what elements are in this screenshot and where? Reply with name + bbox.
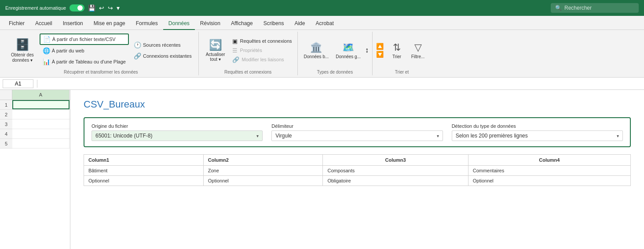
map-icon: 🗺️ [342, 42, 354, 53]
tab-scribens[interactable]: Scribens [258, 18, 289, 30]
az-up-icon: 🔼 [376, 43, 384, 50]
fichier-csv-button[interactable]: 📄 À partir d'un fichier texte/CSV [40, 33, 129, 45]
grid-row-3: 3 [0, 119, 70, 129]
delimiteur-chevron: ▾ [437, 134, 439, 138]
search-box[interactable]: 🔍 [551, 3, 639, 13]
row-header-2: 2 [0, 110, 12, 119]
col-header-a: A [12, 90, 70, 100]
tab-mise-en-page[interactable]: Mise en page [88, 18, 131, 30]
tab-accueil[interactable]: Accueil [30, 18, 58, 30]
grid-row-1: 1 [0, 100, 70, 110]
cell-zone: Zone [203, 166, 323, 176]
tab-donnees[interactable]: Données [163, 18, 195, 30]
csv-icon: 📄 [43, 36, 51, 43]
actualiser-button[interactable]: 🔄 Actualisertout ▾ [202, 35, 229, 65]
formula-bar: A1 [0, 78, 644, 90]
ribbon: 🗄️ Obtenir desdonnées ▾ 📄 À partir d'un … [0, 30, 644, 78]
tableau-plage-button[interactable]: 📊 À partir de Tableau ou d'une Plage [40, 56, 129, 67]
tab-acrobat[interactable]: Acrobat [310, 18, 339, 30]
delimiteur-group: Délimiteur Virgule ▾ [271, 123, 443, 141]
cell-composants: Composants [323, 166, 468, 176]
corner-header [0, 90, 12, 100]
cell-batiment: Bâtiment [84, 166, 204, 176]
col-header-column2: Column2 [203, 155, 323, 166]
modifier-liaisons-button[interactable]: 🔗 Modifier les liaisons [231, 56, 294, 64]
options-row: Origine du fichier 65001: Unicode (UTF-8… [84, 117, 631, 147]
filtre-icon: ▽ [414, 42, 422, 53]
detection-value: Selon les 200 premières lignes [456, 133, 528, 139]
save-icon[interactable]: 💾 [88, 4, 95, 11]
web-button[interactable]: 🌐 À partir du web [40, 45, 129, 56]
csv-title: CSV_Bureaux [84, 99, 631, 110]
cell-optionnel-2: Optionnel [203, 176, 323, 186]
tab-aide[interactable]: Aide [289, 18, 310, 30]
ribbon-group-types: 🏛️ Données b... 🗺️ Données g... ↕ Types … [298, 32, 373, 75]
requetes-label: Requêtes et connexions [240, 38, 292, 44]
obtenir-donnees-button[interactable]: 🗄️ Obtenir desdonnées ▾ [7, 35, 38, 65]
database-icon: 🗄️ [15, 38, 29, 52]
types-group-label: Types de données [317, 69, 353, 75]
building-icon: 🏛️ [310, 42, 322, 53]
proprietes-button[interactable]: ☰ Propriétés [231, 46, 294, 55]
requetes-group-label: Requêtes et connexions [224, 69, 271, 75]
sources-recentes-button[interactable]: 🕐 Sources récentes [131, 40, 195, 50]
detection-select[interactable]: Selon les 200 premières lignes ▾ [452, 130, 623, 141]
tab-affichage[interactable]: Affichage [226, 18, 258, 30]
undo-icon[interactable]: ↩ [99, 4, 104, 11]
toggle-knob [77, 5, 83, 11]
col-header-column3: Column3 [323, 155, 468, 166]
col-header-column4: Column4 [468, 155, 630, 166]
row-header-5: 5 [0, 139, 12, 149]
tab-fichier[interactable]: Fichier [4, 18, 30, 30]
name-box[interactable]: A1 [3, 79, 33, 88]
ribbon-group-tri: 🔼 🔽 ⇅ Trier ▽ Filtre... Trier et [373, 32, 431, 75]
cell-obligatoire: Obligatoire [323, 176, 468, 186]
delimiteur-label: Délimiteur [271, 123, 443, 129]
connexions-button[interactable]: 🔗 Connexions existantes [131, 51, 195, 61]
donnees-b-button[interactable]: 🏛️ Données b... [301, 35, 332, 65]
table-row-1: Bâtiment Zone Composants Commentaires [84, 166, 631, 176]
grid-area: A 1 2 3 4 5 [0, 90, 70, 249]
ribbon-group-obtenir: 🗄️ Obtenir desdonnées ▾ 📄 À partir d'un … [4, 32, 199, 75]
origine-label: Origine du fichier [91, 123, 263, 129]
obtenir-group-label: Récupérer et transformer les données [64, 69, 138, 75]
search-input[interactable] [564, 5, 630, 11]
grid-row-5: 5 [0, 139, 70, 149]
grid-row-2: 2 [0, 110, 70, 119]
origine-group: Origine du fichier 65001: Unicode (UTF-8… [91, 123, 263, 141]
queries-group: ▣ Requêtes et connexions ☰ Propriétés 🔗 … [231, 37, 294, 64]
cell-a2[interactable] [12, 110, 70, 119]
ribbon-tab-bar: Fichier Accueil Insertion Mise en page F… [0, 16, 644, 30]
title-bar: Enregistrement automatique 💾 ↩ ↪ ▾ 🔍 [0, 0, 644, 16]
origine-select[interactable]: 65001: Unicode (UTF-8) ▾ [91, 130, 263, 141]
row-header-3: 3 [0, 119, 12, 129]
modifier-liaisons-label: Modifier les liaisons [242, 57, 284, 62]
tri-content: 🔼 🔽 ⇅ Trier ▽ Filtre... [376, 32, 428, 69]
requetes-connexions-button[interactable]: ▣ Requêtes et connexions [231, 37, 294, 45]
main-area: A 1 2 3 4 5 ➤ CSV_Bureaux [0, 90, 644, 249]
connexions-label: Connexions existantes [143, 53, 192, 59]
auto-save-toggle[interactable] [70, 4, 84, 11]
delimiteur-select[interactable]: Virgule ▾ [271, 130, 443, 141]
tab-revision[interactable]: Révision [195, 18, 226, 30]
customize-icon[interactable]: ▾ [117, 4, 120, 11]
filtrer-button[interactable]: ▽ Filtre... [408, 35, 428, 65]
tab-formules[interactable]: Formules [131, 18, 163, 30]
link-icon: 🔗 [134, 52, 141, 59]
redo-icon[interactable]: ↪ [108, 4, 113, 11]
cell-a5[interactable] [12, 139, 70, 148]
sources-label: Sources récentes [143, 42, 181, 48]
donnees-g-button[interactable]: 🗺️ Données g... [333, 35, 363, 65]
sort-az-icon: ↕ [365, 46, 369, 54]
filtrer-label: Filtre... [411, 54, 425, 59]
col-headers: A [0, 90, 70, 100]
za-down-icon: 🔽 [376, 51, 384, 58]
cell-a1[interactable] [12, 100, 70, 109]
trier-button[interactable]: ⇅ Trier [387, 35, 406, 65]
cell-optionnel-1: Optionnel [84, 176, 204, 186]
cell-a4[interactable] [12, 129, 70, 138]
web-label: À partir du web [52, 48, 84, 53]
cell-a3[interactable] [12, 119, 70, 129]
clock-icon: 🕐 [134, 41, 141, 48]
tab-insertion[interactable]: Insertion [58, 18, 88, 30]
